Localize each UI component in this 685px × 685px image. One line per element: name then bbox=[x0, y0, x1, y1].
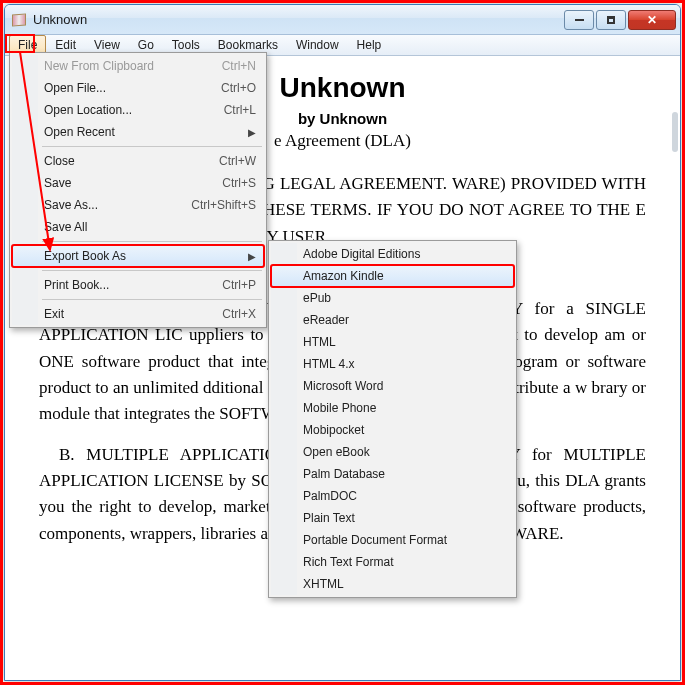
menuitem-open-file[interactable]: Open File...Ctrl+O bbox=[12, 77, 264, 99]
menuitem-close[interactable]: CloseCtrl+W bbox=[12, 150, 264, 172]
menuitem-export-book-as[interactable]: Export Book As▶ bbox=[12, 245, 264, 267]
menuitem-exit[interactable]: ExitCtrl+X bbox=[12, 303, 264, 325]
menuitem-open-location[interactable]: Open Location...Ctrl+L bbox=[12, 99, 264, 121]
export-palm-database[interactable]: Palm Database bbox=[271, 463, 514, 485]
menu-separator bbox=[42, 241, 262, 242]
scrollbar-thumb[interactable] bbox=[672, 112, 678, 152]
window-title: Unknown bbox=[33, 12, 564, 27]
export-palmdoc[interactable]: PalmDOC bbox=[271, 485, 514, 507]
export-epub[interactable]: ePub bbox=[271, 287, 514, 309]
export-open-ebook[interactable]: Open eBook bbox=[271, 441, 514, 463]
close-button[interactable]: ✕ bbox=[628, 10, 676, 30]
export-plain-text[interactable]: Plain Text bbox=[271, 507, 514, 529]
close-icon: ✕ bbox=[647, 13, 657, 27]
menu-separator bbox=[42, 146, 262, 147]
menu-separator bbox=[42, 270, 262, 271]
file-menu-dropdown: New From ClipboardCtrl+N Open File...Ctr… bbox=[9, 52, 267, 328]
window-controls: ✕ bbox=[564, 10, 676, 30]
menu-separator bbox=[42, 299, 262, 300]
export-ereader[interactable]: eReader bbox=[271, 309, 514, 331]
menuitem-save[interactable]: SaveCtrl+S bbox=[12, 172, 264, 194]
export-amazon-kindle[interactable]: Amazon Kindle bbox=[271, 265, 514, 287]
export-mobile-phone[interactable]: Mobile Phone bbox=[271, 397, 514, 419]
menuitem-open-recent[interactable]: Open Recent▶ bbox=[12, 121, 264, 143]
chevron-right-icon: ▶ bbox=[248, 127, 256, 138]
maximize-button[interactable] bbox=[596, 10, 626, 30]
menuitem-print-book[interactable]: Print Book...Ctrl+P bbox=[12, 274, 264, 296]
minimize-icon bbox=[575, 19, 584, 21]
export-html4x[interactable]: HTML 4.x bbox=[271, 353, 514, 375]
export-ms-word[interactable]: Microsoft Word bbox=[271, 375, 514, 397]
menu-help[interactable]: Help bbox=[348, 35, 391, 55]
export-html[interactable]: HTML bbox=[271, 331, 514, 353]
app-icon bbox=[11, 12, 27, 28]
export-mobipocket[interactable]: Mobipocket bbox=[271, 419, 514, 441]
menuitem-new-from-clipboard[interactable]: New From ClipboardCtrl+N bbox=[12, 55, 264, 77]
export-pdf[interactable]: Portable Document Format bbox=[271, 529, 514, 551]
export-rtf[interactable]: Rich Text Format bbox=[271, 551, 514, 573]
minimize-button[interactable] bbox=[564, 10, 594, 30]
title-bar: Unknown ✕ bbox=[5, 5, 680, 35]
export-adobe-digital-editions[interactable]: Adobe Digital Editions bbox=[271, 243, 514, 265]
export-xhtml[interactable]: XHTML bbox=[271, 573, 514, 595]
export-submenu: Adobe Digital Editions Amazon Kindle ePu… bbox=[268, 240, 517, 598]
menuitem-save-all[interactable]: Save All bbox=[12, 216, 264, 238]
menu-window[interactable]: Window bbox=[287, 35, 348, 55]
menuitem-save-as[interactable]: Save As...Ctrl+Shift+S bbox=[12, 194, 264, 216]
maximize-icon bbox=[607, 16, 615, 24]
chevron-right-icon: ▶ bbox=[248, 251, 256, 262]
